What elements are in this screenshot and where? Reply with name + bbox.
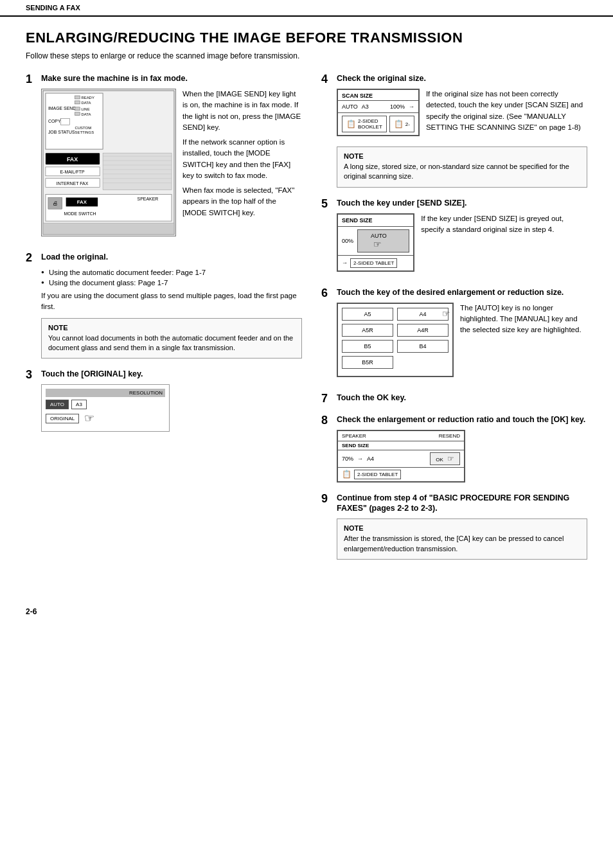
step-3-title: Touch the [ORIGINAL] key. xyxy=(41,369,143,379)
scan-diagram: SCAN SIZE AUTO A3 100% → 📋 2-SIDED BO xyxy=(337,89,420,136)
res-a3: A3 xyxy=(71,400,87,409)
step-4-note-text: A long size, stored size, or non-standar… xyxy=(344,162,580,182)
header-title: SENDING A FAX xyxy=(26,4,80,12)
page-subtitle: Follow these steps to enlarge or reduce … xyxy=(26,51,587,60)
send-arrow: → xyxy=(342,260,348,266)
svg-rect-4 xyxy=(75,101,80,104)
svg-text:JOB STATUS: JOB STATUS xyxy=(48,130,75,134)
step-4-title: Check the original size. xyxy=(337,73,426,84)
step-2-note-text: You cannot load documents in both the au… xyxy=(48,333,295,353)
step-6-para: The [AUTO] key is no longer highlighted.… xyxy=(460,303,587,336)
size-btn-b4[interactable]: B4 xyxy=(397,340,449,353)
step8-speaker: SPEAKER xyxy=(342,433,366,439)
step8-resend: RESEND xyxy=(439,433,460,439)
svg-text:FAX: FAX xyxy=(77,199,87,205)
step-1-num: 1 xyxy=(26,73,37,85)
step8-diagram: SPEAKER RESEND SEND SIZE 70% → A4 OK ☞ xyxy=(337,430,465,483)
svg-rect-38 xyxy=(43,223,174,235)
step8-percent: 70% xyxy=(342,456,353,462)
size-btn-a4r[interactable]: A4R xyxy=(397,324,449,337)
size-btn-a5r[interactable]: A5R xyxy=(342,324,393,337)
page-header: SENDING A FAX xyxy=(0,0,613,17)
step-9-note-title: NOTE xyxy=(344,524,580,532)
size-btn-a4[interactable]: A4 ☞ xyxy=(397,308,449,321)
step-5-title: Touch the key under [SEND SIZE]. xyxy=(337,198,467,208)
scan-header: SCAN SIZE xyxy=(338,90,418,101)
size-btn-a5[interactable]: A5 xyxy=(342,308,393,321)
machine-diagram: READY DATA IMAGE SEND LINE xyxy=(41,89,176,236)
resolution-diagram: RESOLUTION AUTO A3 ORIGINAL ☞ xyxy=(41,384,170,432)
svg-text:IMAGE SEND: IMAGE SEND xyxy=(48,106,76,111)
page-footer: 2-6 xyxy=(0,602,613,621)
scan-arrow: → xyxy=(409,103,414,110)
step8-ok-btn[interactable]: OK ☞ xyxy=(430,452,460,465)
step-1-para-1: When the [IMAGE SEND] key light is on, t… xyxy=(182,89,302,133)
scan-btn-2[interactable]: 📋 2- xyxy=(389,116,414,132)
svg-text:LINE: LINE xyxy=(81,107,89,111)
step-4-note: NOTE A long size, stored size, or non-st… xyxy=(337,146,587,188)
step-5-para: If the key under [SEND SIZE] is greyed o… xyxy=(421,213,587,236)
step-9: 9 Continue from step 4 of "BASIC PROCEDU… xyxy=(321,493,587,560)
step-4-note-title: NOTE xyxy=(344,152,580,160)
res-auto: AUTO xyxy=(46,400,69,409)
step-7: 7 Touch the OK key. xyxy=(321,393,587,404)
svg-rect-12 xyxy=(61,119,70,125)
size-grid: A5 A4 ☞ A5R A4R B5 xyxy=(337,303,454,377)
svg-text:E-MAIL/FTP: E-MAIL/FTP xyxy=(60,170,85,174)
step-5-num: 5 xyxy=(321,198,333,209)
step-4-num: 4 xyxy=(321,73,333,85)
step-9-note-text: After the transmission is stored, the [C… xyxy=(344,534,580,554)
step-6-title: Touch the key of the desired enlargement… xyxy=(337,287,564,297)
step-1-title: Make sure the machine is in fax mode. xyxy=(41,73,188,84)
svg-rect-7 xyxy=(75,107,80,111)
step-2-title: Load the original. xyxy=(41,252,108,262)
step-5: 5 Touch the key under [SEND SIZE]. SEND … xyxy=(321,198,587,277)
scan-btn-1[interactable]: 📋 2-SIDED BOOKLET xyxy=(342,116,387,132)
svg-text:COPY: COPY xyxy=(48,119,61,123)
scan-a3: A3 xyxy=(362,103,369,110)
send-diagram: SEND SIZE 00% AUTO ☞ → xyxy=(337,213,414,272)
step-2: 2 Load the original. Using the automatic… xyxy=(26,252,302,359)
step-1-para-3: When fax mode is selected, "FAX" appears… xyxy=(182,185,302,218)
step-3: 3 Touch the [ORIGINAL] key. RESOLUTION A… xyxy=(26,369,302,432)
size-btn-b5[interactable]: B5 xyxy=(342,340,393,353)
step-9-title: Continue from step 4 of "BASIC PROCEDURE… xyxy=(337,493,587,514)
cursor-icon: ☞ xyxy=(84,411,94,425)
step-2-note: NOTE You cannot load documents in both t… xyxy=(41,318,302,359)
step-4-para: If the original size has not been correc… xyxy=(426,89,587,133)
scan-auto: AUTO xyxy=(342,103,358,110)
step-1-para-2: If the network scanner option is install… xyxy=(182,137,302,181)
svg-text:SPEAKER: SPEAKER xyxy=(138,197,159,201)
send-auto-btn[interactable]: AUTO ☞ xyxy=(357,229,409,252)
step-1: 1 Make sure the machine is in fax mode. xyxy=(26,73,302,242)
step-2-extra: If you are using the document glass to s… xyxy=(41,290,302,313)
svg-rect-9 xyxy=(75,112,80,116)
step-8-title: Check the enlargement or reduction ratio… xyxy=(337,414,585,425)
step-2-bullet-1: Using the automatic document feeder: Pag… xyxy=(41,267,302,278)
send-sided-btn[interactable]: 2-SIDED TABLET xyxy=(350,258,397,268)
svg-text:SETTINGS: SETTINGS xyxy=(75,130,94,134)
svg-text:READY: READY xyxy=(81,96,94,100)
svg-rect-2 xyxy=(75,96,80,99)
step8-arrow: → xyxy=(357,456,363,462)
scan-percent: 100% xyxy=(390,103,405,110)
step-6: 6 Touch the key of the desired enlargeme… xyxy=(321,287,587,382)
step-9-note: NOTE After the transmission is stored, t… xyxy=(337,518,587,560)
step-6-num: 6 xyxy=(321,287,333,299)
step-4: 4 Check the original size. SCAN SIZE AUT… xyxy=(321,73,587,188)
size-btn-b5r[interactable]: B5R xyxy=(342,356,393,369)
step-3-num: 3 xyxy=(26,369,37,380)
step-7-num: 7 xyxy=(321,393,333,404)
step-9-num: 9 xyxy=(321,493,333,504)
page-number: 2-6 xyxy=(26,607,37,616)
page-title: ENLARGING/REDUCING THE IMAGE BEFORE TRAN… xyxy=(26,30,587,46)
res-original: ORIGINAL xyxy=(46,414,79,423)
svg-text:FAX: FAX xyxy=(67,156,78,163)
step-2-note-title: NOTE xyxy=(48,324,295,332)
step8-send-label: SEND SIZE xyxy=(338,441,464,450)
step8-sided-btn[interactable]: 2-SIDED TABLET xyxy=(354,470,401,479)
svg-rect-23 xyxy=(103,153,172,190)
step8-doc-icon: 📋 xyxy=(342,470,351,479)
svg-text:🖨: 🖨 xyxy=(53,200,58,206)
svg-text:DATA: DATA xyxy=(81,112,91,116)
